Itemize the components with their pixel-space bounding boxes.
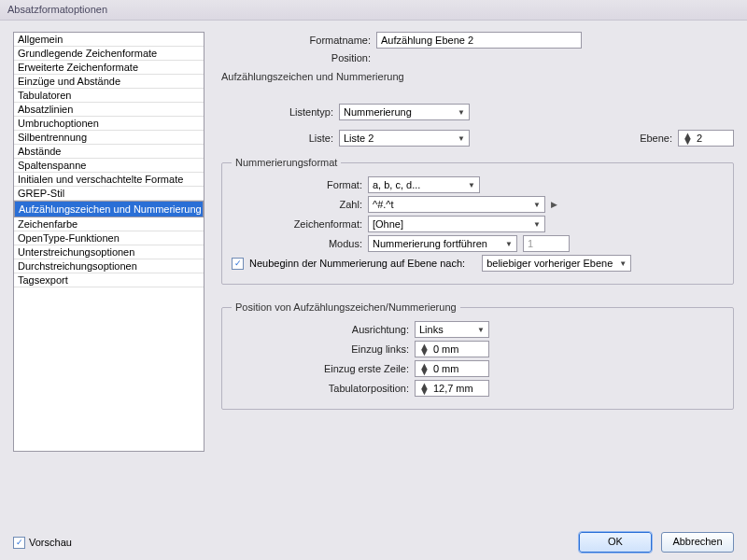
chevron-down-icon: ▼ [468, 181, 475, 189]
modus-label: Modus: [232, 238, 362, 249]
stepper-arrows-icon: ▲▼ [419, 383, 430, 394]
window-titlebar: Absatzformatoptionen [0, 0, 747, 21]
nummerierungsformat-legend: Nummerierungsformat [232, 157, 341, 168]
chevron-down-icon: ▼ [458, 108, 465, 117]
liste-label: Liste: [221, 133, 333, 144]
sidebar-item[interactable]: Einzüge und Abstände [14, 75, 204, 89]
modus-number-input [523, 235, 570, 252]
einzug-links-label: Einzug links: [232, 343, 409, 355]
nummerierungsformat-group: Nummerierungsformat Format: a, b, c, d..… [221, 157, 734, 285]
chevron-down-icon: ▼ [458, 134, 465, 143]
chevron-down-icon: ▼ [533, 220, 541, 229]
sidebar-item[interactable]: Absatzlinien [14, 103, 204, 117]
sidebar-item[interactable]: Abstände [14, 145, 204, 159]
vorschau-checkbox[interactable]: ✓ [13, 537, 25, 549]
sidebar-item[interactable]: Grundlegende Zeichenformate [14, 47, 204, 61]
stepper-arrows-icon: ▲▼ [419, 343, 430, 355]
flyout-icon[interactable]: ▶ [551, 200, 557, 209]
listentyp-label: Listentyp: [221, 106, 333, 118]
chevron-down-icon: ▼ [533, 201, 541, 209]
sidebar-item[interactable]: GREP-Stil [14, 187, 204, 201]
sidebar-item[interactable]: OpenType-Funktionen [14, 231, 204, 245]
tabpos-label: Tabulatorposition: [232, 383, 409, 394]
zeichenformat-select[interactable]: [Ohne]▼ [368, 216, 545, 232]
restart-level-select[interactable]: beliebiger vorheriger Ebene▼ [482, 255, 631, 272]
chevron-down-icon: ▼ [477, 326, 485, 334]
sidebar-item[interactable]: Unterstreichungsoptionen [14, 245, 204, 259]
vorschau-label: Vorschau [29, 537, 72, 548]
liste-select[interactable]: Liste 2▼ [339, 130, 470, 147]
chevron-down-icon: ▼ [619, 259, 627, 268]
sidebar-item[interactable]: Allgemein [14, 33, 204, 47]
zeichenformat-label: Zeichenformat: [232, 218, 362, 230]
category-sidebar[interactable]: AllgemeinGrundlegende ZeichenformateErwe… [13, 32, 204, 452]
listentyp-select[interactable]: Nummerierung▼ [339, 104, 470, 120]
ausrichtung-label: Ausrichtung: [232, 324, 409, 335]
sidebar-item[interactable]: Tabulatoren [14, 89, 204, 103]
chevron-down-icon: ▼ [505, 240, 513, 248]
window-title: Absatzformatoptionen [7, 4, 107, 15]
einzug-links-stepper[interactable]: ▲▼ 0 mm [415, 341, 489, 357]
restart-label: Neubeginn der Nummerierung auf Ebene nac… [249, 258, 465, 269]
position-group: Position von Aufzählungszeichen/Nummerie… [221, 301, 734, 410]
position-legend: Position von Aufzählungszeichen/Nummerie… [232, 301, 460, 313]
zahl-input[interactable]: ^#.^t▼ [368, 196, 545, 213]
einzug-erste-stepper[interactable]: ▲▼ 0 mm [415, 360, 489, 377]
sidebar-item[interactable]: Silbentrennung [14, 131, 204, 145]
ok-button[interactable]: OK [579, 532, 652, 553]
sidebar-item[interactable]: Durchstreichungsoptionen [14, 259, 204, 273]
modus-select[interactable]: Nummerierung fortführen▼ [368, 235, 517, 252]
format-select[interactable]: a, b, c, d...▼ [368, 176, 480, 193]
tabpos-stepper[interactable]: ▲▼ 12,7 mm [415, 380, 489, 397]
sidebar-item[interactable]: Spaltenspanne [14, 159, 204, 173]
sidebar-item[interactable]: Aufzählungszeichen und Nummerierung [14, 201, 204, 217]
sidebar-item[interactable]: Umbruchoptionen [14, 117, 204, 131]
stepper-arrows-icon: ▲▼ [683, 133, 693, 144]
sidebar-item[interactable]: Tagsexport [14, 273, 204, 287]
formatname-label: Formatname: [287, 35, 371, 46]
sidebar-item[interactable]: Zeichenfarbe [14, 217, 204, 231]
ebene-label: Ebene: [640, 133, 672, 144]
formatname-input[interactable] [376, 32, 582, 49]
zahl-label: Zahl: [232, 199, 362, 210]
ebene-stepper[interactable]: ▲▼ 2 [678, 130, 734, 147]
einzug-erste-label: Einzug erste Zeile: [232, 363, 409, 374]
ausrichtung-select[interactable]: Links▼ [415, 321, 489, 338]
format-label: Format: [232, 179, 362, 190]
sidebar-item[interactable]: Initialen und verschachtelte Formate [14, 173, 204, 187]
section-title: Aufzählungszeichen und Nummerierung [221, 71, 734, 82]
restart-checkbox[interactable]: ✓ [232, 258, 244, 270]
cancel-button[interactable]: Abbrechen [661, 532, 734, 553]
position-label: Position: [287, 52, 371, 63]
stepper-arrows-icon: ▲▼ [419, 363, 430, 374]
sidebar-item[interactable]: Erweiterte Zeichenformate [14, 61, 204, 75]
